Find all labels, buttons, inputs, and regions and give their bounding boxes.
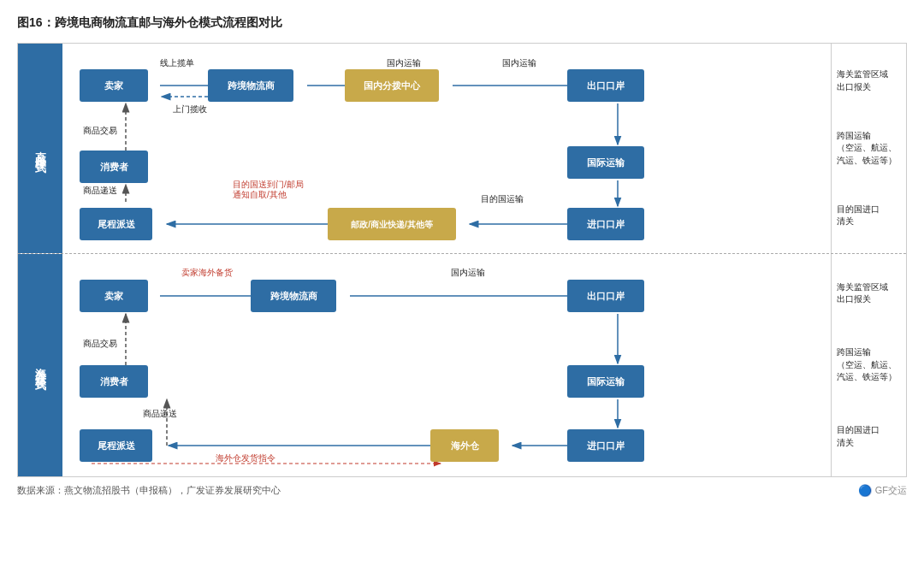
box-export-port-2: 出口口岸 [567,280,644,312]
section-overseas-warehouse: 海外仓模式 [18,254,906,476]
svg-text:卖家海外备货: 卖家海外备货 [181,268,233,277]
box-logistics-2: 跨境物流商 [251,280,336,312]
ann-dest-customs-2: 目的国进口 清关 [837,424,901,449]
box-postal-1: 邮政/商业快递/其他等 [328,208,456,240]
footer: 数据来源：燕文物流招股书（申报稿），广发证券发展研究中心 🔵 GF交运 [17,484,907,497]
section-label-overseas: 海外仓模式 [18,254,62,476]
box-import-port-1: 进口口岸 [567,208,644,240]
svg-text:商品递送: 商品递送 [143,409,177,418]
svg-text:国内运输: 国内运输 [451,268,485,277]
svg-text:商品交易: 商品交易 [83,126,117,135]
svg-text:国内运输: 国内运输 [387,58,421,68]
box-consumer-2: 消费者 [80,365,148,398]
box-last-mile-1: 尾程派送 [80,208,152,240]
right-annotations-1: 海关监管区域 出口报关 跨国运输 （空运、航运、 汽运、铁运等） 目的国进口 清… [831,44,906,253]
watermark-text: GF交运 [875,484,907,497]
svg-text:目的国运输: 目的国运输 [481,194,524,204]
svg-text:通知自取/其他: 通知自取/其他 [233,190,287,199]
box-last-mile-2: 尾程派送 [80,429,152,462]
svg-text:线上揽单: 线上揽单 [160,58,194,68]
box-intl-transport-2: 国际运输 [567,365,644,398]
ann-dest-customs-1: 目的国进口 清关 [837,204,901,228]
box-distribution-1: 国内分拨中心 [345,69,439,102]
ann-customs-zone-2: 海关监管区域 出口报关 [837,281,901,306]
section-label-direct: 直邮模式 [18,44,62,253]
box-overseas-warehouse: 海外仓 [430,429,499,462]
box-intl-transport-1: 国际运输 [567,146,644,179]
ann-customs-zone-1: 海关监管区域 出口报关 [837,68,901,93]
ann-cross-border-2: 跨国运输 （空运、航运、 汽运、铁运等） [837,346,901,384]
ann-cross-border-1: 跨国运输 （空运、航运、 汽运、铁运等） [837,130,901,168]
svg-text:商品交易: 商品交易 [83,339,117,348]
data-source: 数据来源：燕文物流招股书（申报稿），广发证券发展研究中心 [17,484,281,497]
svg-text:商品递送: 商品递送 [83,186,117,195]
right-annotations-2: 海关监管区域 出口报关 跨国运输 （空运、航运、 汽运、铁运等） 目的国进口 清… [831,254,906,476]
section2-content: 卖家海外备货 国内运输 商品交易 商品递送 海外仓发货指令 卖家 跨境物流商 出… [62,254,831,476]
box-logistics-1: 跨境物流商 [208,69,293,102]
svg-text:海外仓发货指令: 海外仓发货指令 [216,453,275,463]
svg-text:上门揽收: 上门揽收 [173,104,207,114]
svg-text:国内运输: 国内运输 [502,58,536,68]
box-consumer-1: 消费者 [80,151,148,183]
page-title: 图16：跨境电商物流直邮与海外仓模式流程图对比 [17,15,907,31]
diagram-area: 直邮模式 [17,43,907,477]
svg-text:目的国送到门/邮局: 目的国送到门/邮局 [233,180,304,189]
box-import-port-2: 进口口岸 [567,429,644,462]
section-direct-mail: 直邮模式 [18,44,906,254]
box-seller-2: 卖家 [80,280,148,312]
box-export-port-1: 出口口岸 [567,69,644,102]
watermark: 🔵 GF交运 [858,484,907,497]
page-container: 图16：跨境电商物流直邮与海外仓模式流程图对比 直邮模式 [0,0,924,567]
section1-content: 线上揽单 国内运输 国内运输 上门揽收 商品交易 商品递送 目的国运输 目的国送… [62,44,831,253]
watermark-icon: 🔵 [858,484,872,497]
box-seller-1: 卖家 [80,69,148,102]
